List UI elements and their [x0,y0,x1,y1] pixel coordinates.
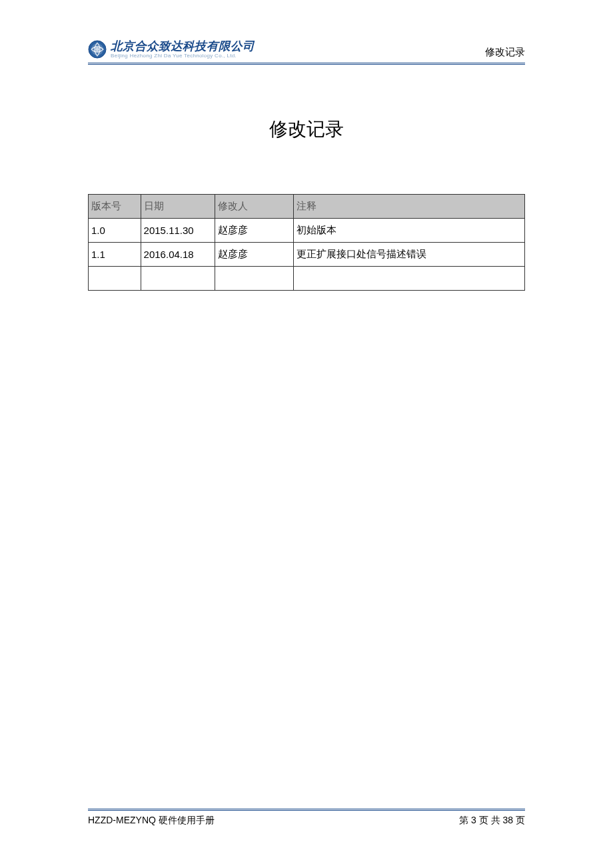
table-header-row: 版本号 日期 修改人 注释 [89,195,525,219]
table-row: 1.0 2015.11.30 赵彦彦 初始版本 [89,219,525,243]
cell-version: 1.0 [89,219,141,243]
company-logo: 北京合众致达科技有限公司 Beijing Hezhong Zhi Da Yue … [88,40,255,59]
revision-table: 版本号 日期 修改人 注释 1.0 2015.11.30 赵彦彦 初始版本 1.… [88,194,525,291]
cell-date [141,267,215,291]
document-page: 北京合众致达科技有限公司 Beijing Hezhong Zhi Da Yue … [88,40,525,827]
col-note: 注释 [293,195,524,219]
section-label: 修改记录 [485,46,525,59]
col-version: 版本号 [89,195,141,219]
page-footer: HZZD-MEZYNQ 硬件使用手册 第 3 页 共 38 页 [88,809,525,827]
footer-doc-title: HZZD-MEZYNQ 硬件使用手册 [88,815,215,827]
company-name: 北京合众致达科技有限公司 Beijing Hezhong Zhi Da Yue … [111,40,255,58]
cell-note [293,267,524,291]
page-title: 修改记录 [88,117,525,142]
col-date: 日期 [141,195,215,219]
col-author: 修改人 [215,195,293,219]
cell-date: 2016.04.18 [141,243,215,267]
company-name-en: Beijing Hezhong Zhi Da Yue Technology Co… [111,53,255,59]
footer-page-info: 第 3 页 共 38 页 [459,815,525,827]
company-name-zh: 北京合众致达科技有限公司 [111,40,255,53]
cell-author: 赵彦彦 [215,243,293,267]
page-header: 北京合众致达科技有限公司 Beijing Hezhong Zhi Da Yue … [88,40,525,65]
table-row: 1.1 2016.04.18 赵彦彦 更正扩展接口处信号描述错误 [89,243,525,267]
cell-version: 1.1 [89,243,141,267]
cell-note: 初始版本 [293,219,524,243]
cell-author: 赵彦彦 [215,219,293,243]
cell-date: 2015.11.30 [141,219,215,243]
table-row [89,267,525,291]
cell-author [215,267,293,291]
cell-note: 更正扩展接口处信号描述错误 [293,243,524,267]
globe-icon [88,40,107,59]
svg-point-2 [95,47,99,51]
cell-version [89,267,141,291]
